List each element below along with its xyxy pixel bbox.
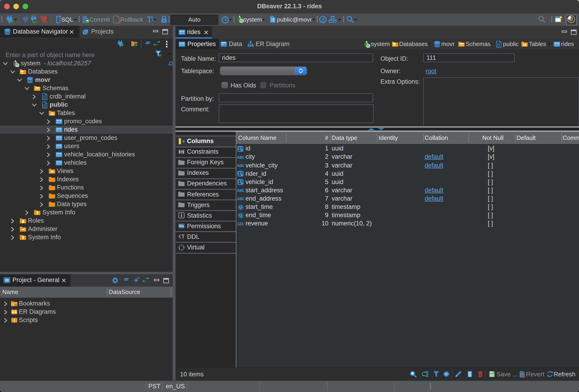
svg-text:ABC: ABC [237, 189, 244, 193]
svg-text:ABC: ABC [237, 155, 244, 160]
svg-text:ABC: ABC [237, 164, 244, 168]
svg-text:ABC: ABC [237, 197, 244, 201]
svg-text:123: 123 [237, 222, 243, 226]
